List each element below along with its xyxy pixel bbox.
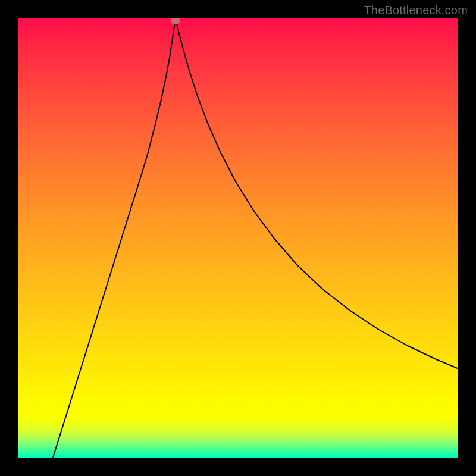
- curve-left-branch: [53, 21, 176, 458]
- min-marker: [171, 18, 180, 24]
- curve-svg: [18, 18, 458, 458]
- chart-frame: TheBottleneck.com: [0, 0, 476, 476]
- curve-right-branch: [176, 21, 458, 368]
- watermark-text: TheBottleneck.com: [364, 4, 468, 17]
- plot-area: [18, 18, 458, 458]
